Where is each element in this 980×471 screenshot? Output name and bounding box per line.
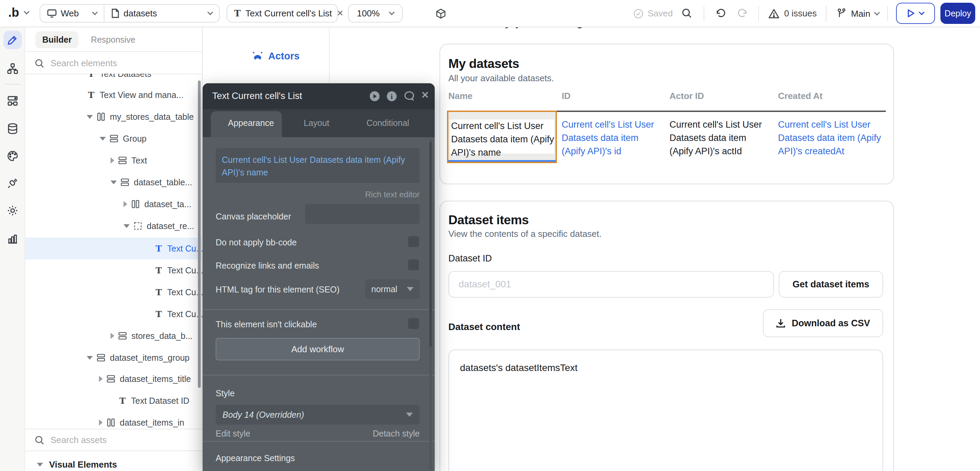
branch-selector[interactable]: Main — [837, 8, 879, 19]
table-cell-name[interactable]: Current cell's List User Datasets data i… — [450, 119, 554, 154]
group-icon — [118, 331, 127, 341]
tree-item[interactable]: TText Datasets — [25, 74, 201, 84]
visual-elements-section[interactable]: Visual Elements — [37, 459, 117, 470]
divider — [758, 6, 759, 21]
style-dropdown[interactable]: Body 14 (Overridden) — [216, 405, 420, 425]
repeating-group-icon — [133, 221, 143, 231]
comment-icon[interactable] — [403, 91, 415, 105]
deploy-button[interactable]: Deploy — [940, 3, 975, 24]
branch-icon — [837, 8, 846, 19]
search-icon — [35, 59, 45, 68]
tree-item[interactable]: TText Cu... — [25, 281, 201, 303]
tree-item[interactable]: TText View and mana... — [25, 84, 201, 106]
tree-item-selected[interactable]: TText Cu... — [25, 237, 201, 259]
content-expression-box[interactable]: Current cell's List User Datasets data i… — [216, 148, 420, 183]
tree-item[interactable]: dataset_table... — [25, 171, 201, 193]
device-selector[interactable]: Web — [40, 5, 104, 22]
search-elements[interactable] — [35, 58, 167, 68]
pencil-design-icon[interactable] — [7, 34, 18, 46]
table-cell-created-at[interactable]: Current cell's List User Datasets data i… — [778, 118, 887, 158]
links-checkbox[interactable] — [408, 259, 419, 271]
tree-item[interactable]: dataset_items_in — [25, 412, 201, 427]
close-icon[interactable]: ✕ — [337, 8, 344, 18]
tree-item[interactable]: Group — [25, 128, 201, 150]
actors-nav-link[interactable]: Actors — [253, 50, 300, 62]
search-icon[interactable] — [682, 8, 692, 18]
info-icon[interactable]: i — [386, 91, 397, 105]
tree-item[interactable]: dataset_ta... — [25, 193, 201, 215]
my-datasets-card: My datasets All your available datasets.… — [439, 44, 894, 184]
edit-style-link[interactable]: Edit style — [216, 429, 250, 439]
tree-item[interactable]: dataset_items_group — [25, 347, 201, 369]
tree-item[interactable]: TText Cu... — [25, 303, 201, 325]
table-cell-id[interactable]: Current cell's List User Datasets data i… — [562, 118, 659, 158]
inspector-header[interactable]: Text Current cell's List i ✕ — [203, 83, 435, 109]
tab-responsive[interactable]: Responsive — [91, 35, 135, 45]
gear-icon[interactable] — [7, 205, 18, 216]
actor-icon — [253, 50, 263, 62]
element-tab[interactable]: T Text Current cell's List ✕ — [227, 4, 338, 22]
page-selector[interactable]: datasets — [104, 5, 219, 22]
save-status: Saved — [633, 8, 673, 19]
tab-layout[interactable]: Layout — [304, 118, 329, 128]
page-label: datasets — [124, 8, 157, 19]
sitemap-icon[interactable] — [7, 63, 18, 75]
html-tag-label: HTML tag for this element (SEO) — [216, 285, 339, 294]
issues-indicator[interactable]: 0 issues — [768, 8, 816, 19]
bbcode-label: Do not apply bb-code — [216, 237, 297, 247]
branch-label: Main — [851, 8, 870, 19]
tree-item[interactable]: Text — [25, 150, 201, 171]
divider — [25, 51, 203, 52]
download-csv-button[interactable]: Download as CSV — [763, 309, 883, 337]
canvas-placeholder-input[interactable] — [305, 204, 420, 224]
component-cube-icon[interactable] — [435, 8, 446, 19]
workflow-blocks-icon[interactable] — [7, 95, 18, 107]
tree-item[interactable]: TText Dataset ID — [25, 390, 201, 412]
caret-down-icon — [407, 287, 414, 291]
columns-icon — [131, 199, 140, 209]
play-icon — [907, 9, 915, 18]
tree-item[interactable]: my_stores_data_table — [25, 106, 201, 128]
bubble-logo: .b — [8, 5, 19, 20]
bubble-logo-menu[interactable]: .b — [8, 5, 29, 20]
undo-icon[interactable] — [715, 8, 726, 18]
redo-icon[interactable] — [737, 8, 748, 18]
zoom-selector[interactable]: 100% — [348, 4, 402, 22]
database-icon[interactable] — [7, 123, 18, 134]
tree-item[interactable]: stores_data_b... — [25, 325, 201, 347]
element-tree: TText Datasets TText View and mana... my… — [25, 74, 203, 427]
dataset-id-input[interactable] — [449, 271, 774, 298]
bbcode-checkbox[interactable] — [408, 236, 419, 247]
search-elements-input[interactable] — [51, 58, 167, 68]
preview-button[interactable] — [896, 3, 935, 24]
tab-builder[interactable]: Builder — [35, 32, 78, 48]
tree-item[interactable]: TText Cu... — [25, 259, 201, 281]
inspector-scrollbar[interactable] — [429, 142, 432, 347]
search-assets-input[interactable] — [51, 435, 167, 446]
add-workflow-button[interactable]: Add workflow — [216, 338, 420, 360]
search-assets[interactable] — [35, 435, 167, 446]
preview-element-icon[interactable] — [369, 91, 380, 105]
tab-conditional[interactable]: Conditional — [366, 118, 409, 128]
table-cell-actor-id[interactable]: Current cell's List User Datasets data i… — [670, 118, 767, 158]
svg-text:i: i — [391, 92, 393, 101]
divider — [25, 450, 203, 451]
html-tag-dropdown[interactable]: normal — [365, 279, 420, 299]
caret-right-icon — [99, 420, 103, 426]
plugin-icon[interactable] — [7, 177, 18, 189]
get-dataset-items-button[interactable]: Get dataset items — [779, 271, 883, 298]
columns-icon — [96, 112, 106, 121]
bubble-editor: y j g Actors My datasets All your availa… — [0, 0, 980, 471]
close-icon[interactable]: ✕ — [421, 89, 429, 101]
palette-icon[interactable] — [7, 150, 18, 162]
tree-item[interactable]: dataset_items_title — [25, 368, 201, 390]
rich-text-editor-link[interactable]: Rich text editor — [365, 190, 420, 199]
tree-scrollbar[interactable] — [198, 81, 200, 388]
caret-down-icon — [37, 463, 43, 466]
detach-style-link[interactable]: Detach style — [372, 429, 420, 439]
bar-chart-icon[interactable] — [7, 233, 18, 244]
not-clickable-checkbox[interactable] — [408, 318, 419, 329]
tab-appearance[interactable]: Appearance — [228, 118, 274, 128]
selected-element-outline[interactable]: Current cell's List User Datasets data i… — [447, 111, 557, 163]
tree-item[interactable]: dataset_re... — [25, 215, 201, 237]
